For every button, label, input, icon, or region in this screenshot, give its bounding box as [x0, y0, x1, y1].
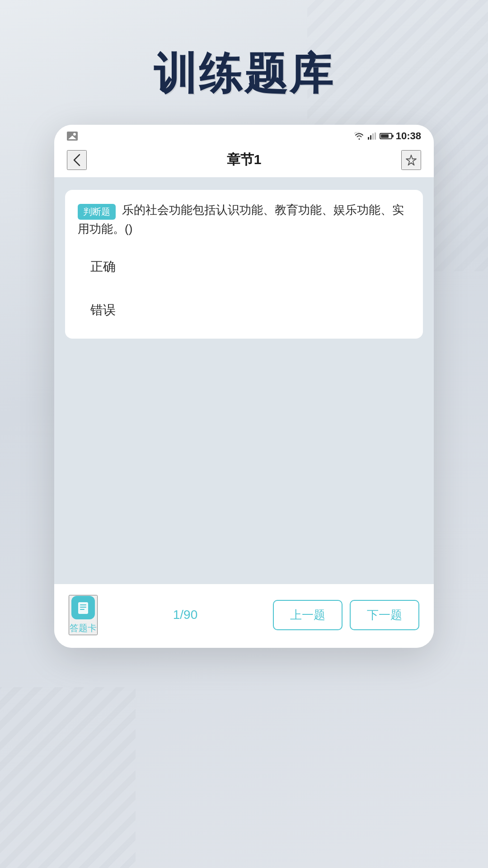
answer-card-button[interactable]: 答题卡	[69, 595, 98, 635]
answer-card-label: 答题卡	[70, 622, 97, 634]
chapter-title: 章节1	[227, 151, 262, 169]
navigation-buttons: 上一题 下一题	[273, 600, 419, 630]
option-wrong[interactable]: 错误	[78, 292, 410, 328]
signal-icon	[368, 132, 376, 140]
status-bar-left	[67, 132, 78, 141]
phone-mockup: 10:38 章节1 判断题 乐的社会功能包括认识功能、教育功能、娱乐功能、实用功…	[54, 125, 434, 648]
status-time: 10:38	[396, 130, 421, 142]
page-main-title: 训练题库	[0, 50, 488, 98]
answer-card-icon	[71, 596, 95, 619]
wifi-icon	[354, 132, 364, 140]
next-button[interactable]: 下一题	[350, 600, 419, 630]
nav-bar: 章节1	[54, 146, 434, 177]
bottom-bar: 答题卡 1/90 上一题 下一题	[54, 584, 434, 648]
question-area: 判断题 乐的社会功能包括认识功能、教育功能、娱乐功能、实用功能。() 正确 错误	[54, 177, 434, 584]
svg-rect-1	[370, 135, 371, 140]
battery-icon	[380, 133, 392, 139]
svg-rect-2	[372, 133, 374, 140]
svg-rect-0	[368, 137, 369, 140]
svg-rect-6	[80, 607, 86, 608]
svg-rect-5	[80, 604, 86, 605]
question-box: 判断题 乐的社会功能包括认识功能、教育功能、娱乐功能、实用功能。() 正确 错误	[65, 190, 423, 339]
image-icon	[67, 132, 78, 141]
status-bar-right: 10:38	[354, 130, 421, 142]
star-button[interactable]	[401, 150, 421, 170]
question-text: 乐的社会功能包括认识功能、教育功能、娱乐功能、实用功能。()	[78, 203, 404, 236]
svg-rect-3	[375, 132, 376, 140]
option-correct[interactable]: 正确	[78, 249, 410, 284]
back-button[interactable]	[67, 150, 87, 170]
svg-rect-7	[80, 609, 84, 610]
svg-rect-4	[78, 602, 88, 614]
page-title-section: 训练题库	[0, 0, 488, 125]
question-content: 判断题 乐的社会功能包括认识功能、教育功能、娱乐功能、实用功能。()	[78, 201, 410, 239]
status-bar: 10:38	[54, 125, 434, 146]
progress-indicator: 1/90	[173, 608, 198, 622]
answer-options: 正确 错误	[78, 249, 410, 328]
prev-button[interactable]: 上一题	[273, 600, 343, 630]
question-type-badge: 判断题	[78, 204, 116, 220]
